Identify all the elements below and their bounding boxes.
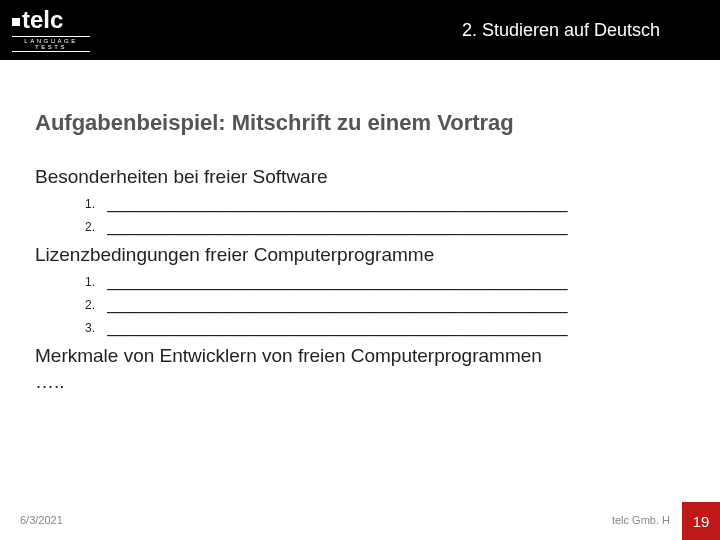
list-item: 3. _____________________________________…: [85, 316, 685, 337]
logo-text: telc: [22, 8, 63, 32]
footer-brand: telc Gmb. H: [612, 514, 670, 526]
list-number: 1.: [85, 197, 107, 211]
logo-subtitle: LANGUAGE TESTS: [12, 36, 90, 52]
section-title: 2. Studieren auf Deutsch: [462, 20, 660, 41]
logo-square-icon: [12, 18, 20, 26]
blank-line: ________________________________________…: [107, 316, 568, 337]
list-item: 1. _____________________________________…: [85, 192, 685, 213]
page-number: 19: [682, 502, 720, 540]
blank-line: ________________________________________…: [107, 270, 568, 291]
logo-main: telc: [12, 8, 90, 34]
slide: telc LANGUAGE TESTS 2. Studieren auf Deu…: [0, 0, 720, 540]
block-heading: Merkmale von Entwicklern von freien Comp…: [35, 345, 685, 367]
list-number: 2.: [85, 298, 107, 312]
list-number: 1.: [85, 275, 107, 289]
list-number: 2.: [85, 220, 107, 234]
content: Aufgabenbeispiel: Mitschrift zu einem Vo…: [35, 110, 685, 393]
blank-line: ________________________________________…: [107, 293, 568, 314]
block-heading: Besonderheiten bei freier Software: [35, 166, 685, 188]
blank-line: ________________________________________…: [107, 215, 568, 236]
list-item: 1. _____________________________________…: [85, 270, 685, 291]
list-number: 3.: [85, 321, 107, 335]
blank-line: ________________________________________…: [107, 192, 568, 213]
page-title: Aufgabenbeispiel: Mitschrift zu einem Vo…: [35, 110, 685, 136]
list-item: 2. _____________________________________…: [85, 215, 685, 236]
block-heading: Lizenzbedingungen freier Computerprogram…: [35, 244, 685, 266]
ellipsis: …..: [35, 371, 685, 393]
block-list: 1. _____________________________________…: [85, 192, 685, 236]
logo: telc LANGUAGE TESTS: [12, 8, 90, 52]
block-list: 1. _____________________________________…: [85, 270, 685, 337]
footer-date: 6/3/2021: [20, 514, 63, 526]
page-number-text: 19: [693, 513, 710, 530]
top-bar: telc LANGUAGE TESTS 2. Studieren auf Deu…: [0, 0, 720, 60]
list-item: 2. _____________________________________…: [85, 293, 685, 314]
